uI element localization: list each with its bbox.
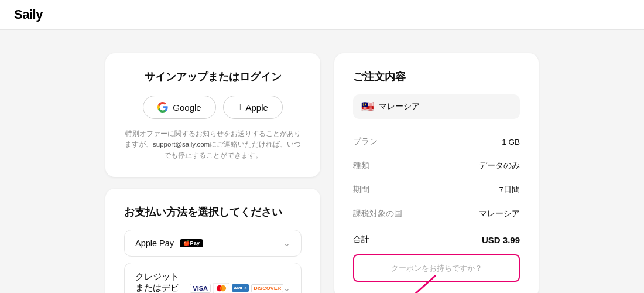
google-auth-button[interactable]: Google: [143, 96, 215, 119]
apple-icon: : [238, 102, 241, 113]
google-icon: [157, 102, 168, 113]
visa-logo: VISA: [190, 284, 211, 293]
header: Saily: [0, 0, 644, 30]
signin-card: サインアップまたはログイン Google  Apple: [105, 53, 320, 177]
type-row: 種類 データのみ: [353, 154, 520, 178]
credit-card-label: クレジットまたはデビットカード: [135, 271, 184, 293]
plan-row: プラン 1 GB: [353, 130, 520, 154]
order-rows: プラン 1 GB 種類 データのみ 期間 7日間 課税対象の国 マレーシア: [353, 130, 520, 226]
plan-value: 1 GB: [502, 138, 520, 146]
total-value: USD 3.99: [482, 235, 520, 245]
order-card: ご注文内容 🇲🇾 マレーシア プラン 1 GB 種類 データのみ 期間 7日間: [334, 53, 539, 293]
credit-card-chevron: ⌄: [283, 284, 290, 293]
total-label: 合計: [353, 234, 369, 245]
right-panel: ご注文内容 🇲🇾 マレーシア プラン 1 GB 種類 データのみ 期間 7日間: [334, 53, 539, 293]
malaysia-flag: 🇲🇾: [361, 100, 374, 113]
google-btn-label: Google: [173, 103, 201, 113]
period-row: 期間 7日間: [353, 178, 520, 202]
country-row: 🇲🇾 マレーシア: [353, 94, 520, 119]
period-value: 7日間: [499, 185, 520, 195]
apple-pay-left: Apple Pay 🍎Pay: [135, 239, 203, 248]
apple-pay-chevron: ⌄: [283, 239, 290, 248]
period-label: 期間: [353, 185, 369, 195]
type-label: 種類: [353, 161, 369, 171]
amex-logo: AMEX: [232, 284, 249, 292]
payment-card: お支払い方法を選択してください Apple Pay 🍎Pay ⌄ クレジットまた…: [105, 189, 320, 293]
apple-pay-label: Apple Pay: [135, 239, 174, 248]
discover-logo: DISCOVER: [251, 284, 283, 292]
apple-pay-badge: 🍎Pay: [180, 239, 203, 247]
logo: Saily: [14, 7, 43, 22]
credit-card-option[interactable]: クレジットまたはデビットカード VISA AMEX DISCOVER: [124, 263, 302, 293]
apple-pay-option[interactable]: Apple Pay 🍎Pay ⌄: [124, 230, 302, 257]
tax-row: 課税対象の国 マレーシア: [353, 202, 520, 226]
order-title: ご注文内容: [353, 70, 520, 84]
notice-link[interactable]: support@saily.com: [153, 141, 210, 148]
auth-buttons: Google  Apple: [124, 96, 302, 119]
type-value: データのみ: [479, 161, 520, 171]
plan-label: プラン: [353, 137, 378, 147]
apple-btn-label: Apple: [246, 103, 268, 113]
payment-title: お支払い方法を選択してください: [124, 205, 302, 219]
signin-notice: 特別オファーに関するお知らせをお送りすることがありますが、support@sai…: [124, 128, 302, 161]
country-name: マレーシア: [379, 101, 420, 112]
card-logos: VISA AMEX DISCOVER: [190, 283, 283, 293]
apple-auth-button[interactable]:  Apple: [223, 96, 283, 119]
credit-card-left: クレジットまたはデビットカード VISA AMEX DISCOVER: [135, 271, 283, 293]
coupon-input[interactable]: クーポンをお持ちですか？: [353, 254, 520, 282]
mastercard-logo: [213, 283, 229, 293]
left-panel: サインアップまたはログイン Google  Apple: [105, 53, 320, 293]
coupon-container: クーポンをお持ちですか？: [353, 254, 520, 282]
main-content: サインアップまたはログイン Google  Apple: [0, 30, 644, 293]
tax-value[interactable]: マレーシア: [479, 209, 520, 219]
signin-title: サインアップまたはログイン: [124, 70, 302, 84]
coupon-placeholder: クーポンをお持ちですか？: [391, 264, 482, 272]
tax-label: 課税対象の国: [353, 209, 402, 219]
total-row: 合計 USD 3.99: [353, 226, 520, 254]
